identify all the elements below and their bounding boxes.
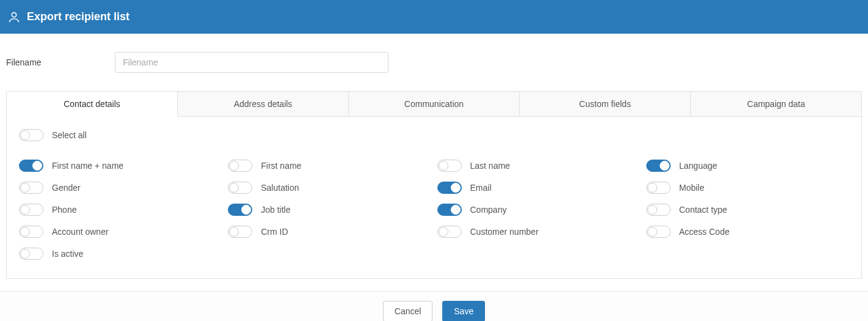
- field-item-is-active: Is active: [19, 248, 222, 260]
- fields-grid: First name + nameFirst nameLast nameLang…: [19, 160, 849, 260]
- label-contact-type: Contact type: [679, 205, 728, 215]
- toggle-contact-type[interactable]: [646, 204, 671, 216]
- label-email: Email: [470, 183, 492, 193]
- toggle-salutation[interactable]: [228, 182, 252, 194]
- cancel-button[interactable]: Cancel: [383, 301, 433, 321]
- select-all-label: Select all: [52, 130, 87, 140]
- label-company: Company: [470, 205, 507, 215]
- label-salutation: Salutation: [261, 183, 299, 193]
- label-last-name: Last name: [470, 161, 510, 171]
- filename-row: Filename: [6, 52, 862, 73]
- field-item-first-name-name: First name + name: [19, 160, 222, 172]
- dialog-content: Filename Contact detailsAddress detailsC…: [0, 34, 868, 285]
- label-job-title: Job title: [261, 205, 290, 215]
- field-item-email: Email: [437, 182, 640, 194]
- label-phone: Phone: [52, 205, 76, 215]
- toggle-mobile[interactable]: [646, 182, 671, 194]
- field-item-crm-id: Crm ID: [228, 226, 431, 238]
- toggle-first-name[interactable]: [228, 160, 252, 172]
- tab-address-details[interactable]: Address details: [178, 92, 349, 116]
- label-language: Language: [679, 161, 717, 171]
- field-item-access-code: Access Code: [646, 226, 849, 238]
- tab-campaign-data[interactable]: Campaign data: [691, 92, 861, 116]
- save-button[interactable]: Save: [442, 301, 485, 321]
- select-all-row: Select all: [19, 129, 849, 141]
- field-item-language: Language: [646, 160, 849, 172]
- toggle-select-all[interactable]: [19, 129, 43, 141]
- field-item-job-title: Job title: [228, 204, 431, 216]
- label-first-name-name: First name + name: [52, 161, 123, 171]
- field-item-first-name: First name: [228, 160, 431, 172]
- dialog-title: Export recipient list: [27, 10, 129, 23]
- toggle-customer-number[interactable]: [437, 226, 462, 238]
- label-is-active: Is active: [52, 249, 83, 259]
- label-access-code: Access Code: [679, 227, 729, 237]
- label-crm-id: Crm ID: [261, 227, 288, 237]
- label-gender: Gender: [52, 183, 81, 193]
- filename-label: Filename: [6, 57, 115, 67]
- toggle-gender[interactable]: [19, 182, 43, 194]
- field-item-mobile: Mobile: [646, 182, 849, 194]
- label-mobile: Mobile: [679, 183, 704, 193]
- svg-point-0: [12, 12, 16, 17]
- dialog-footer: Cancel Save: [0, 291, 868, 321]
- toggle-account-owner[interactable]: [19, 226, 43, 238]
- field-item-last-name: Last name: [437, 160, 640, 172]
- label-account-owner: Account owner: [52, 227, 109, 237]
- field-item-gender: Gender: [19, 182, 222, 194]
- toggle-phone[interactable]: [19, 204, 43, 216]
- field-item-company: Company: [437, 204, 640, 216]
- dialog-header: Export recipient list: [0, 0, 868, 34]
- field-item-customer-number: Customer number: [437, 226, 640, 238]
- tab-contact-details[interactable]: Contact details: [7, 92, 178, 117]
- tab-bar: Contact detailsAddress detailsCommunicat…: [7, 92, 861, 117]
- toggle-email[interactable]: [437, 182, 462, 194]
- toggle-first-name-name[interactable]: [19, 160, 43, 172]
- toggle-is-active[interactable]: [19, 248, 43, 260]
- person-icon: [7, 10, 21, 24]
- field-item-contact-type: Contact type: [646, 204, 849, 216]
- field-item-phone: Phone: [19, 204, 222, 216]
- filename-input[interactable]: [115, 52, 388, 73]
- tab-custom-fields[interactable]: Custom fields: [520, 92, 691, 116]
- label-customer-number: Customer number: [470, 227, 539, 237]
- toggle-access-code[interactable]: [646, 226, 671, 238]
- toggle-crm-id[interactable]: [228, 226, 252, 238]
- toggle-language[interactable]: [646, 160, 671, 172]
- field-item-salutation: Salutation: [228, 182, 431, 194]
- field-item-account-owner: Account owner: [19, 226, 222, 238]
- tab-communication[interactable]: Communication: [349, 92, 520, 116]
- tabs-container: Contact detailsAddress detailsCommunicat…: [6, 91, 862, 279]
- toggle-last-name[interactable]: [437, 160, 462, 172]
- label-first-name: First name: [261, 161, 301, 171]
- toggle-company[interactable]: [437, 204, 462, 216]
- tab-panel-contact-details: Select all First name + nameFirst nameLa…: [7, 117, 861, 278]
- toggle-job-title[interactable]: [228, 204, 252, 216]
